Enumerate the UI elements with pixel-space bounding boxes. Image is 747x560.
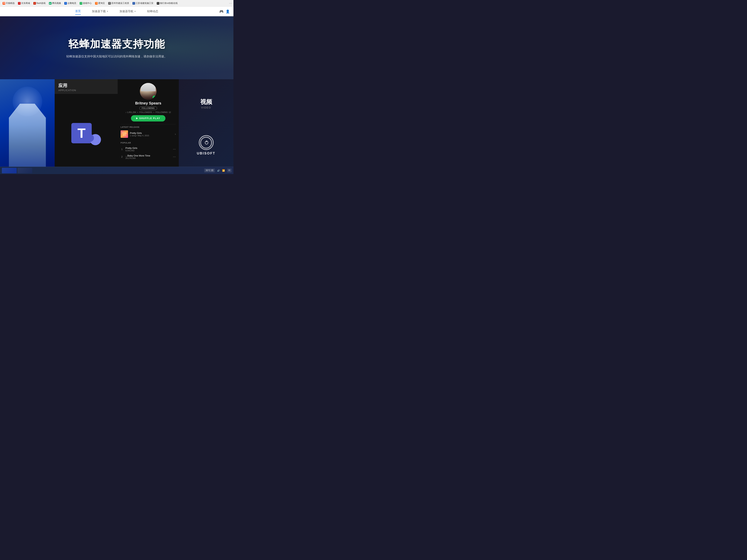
bookmark-jd[interactable]: 京 京东商城 [17, 1, 31, 5]
right-panel: 视频 VIDEO UBISOFT [179, 79, 233, 174]
taskbar: 30°C 阴 🔊 📶 中 [0, 167, 233, 174]
svg-point-0 [206, 141, 207, 142]
followers-info: ♪ 1,051,294 • FOLLOWERS • FOLLOWING 12 [125, 111, 171, 113]
track-number-1: 1 [121, 148, 123, 151]
nav-right-icons: 🎮 👤 [220, 9, 230, 14]
release-meta: 1 song • May 4, 2015 [130, 134, 173, 137]
bookmark-tencent-video[interactable]: ▶ 腾讯视频 [48, 1, 62, 5]
user-icon[interactable]: 👤 [226, 10, 230, 14]
artist-avatar: ✓ [140, 83, 157, 100]
separator: • [137, 111, 138, 113]
app-panel-header: 应用 APPLICATION [55, 79, 118, 94]
avatar-hair [141, 83, 156, 91]
language-indicator[interactable]: 中 [227, 168, 232, 172]
play-icon [136, 117, 138, 119]
track-more-icon-2[interactable]: ⋯ [173, 155, 176, 159]
game-image-panel [0, 79, 55, 174]
spotify-panel: ✓ Britney Spears FOLLOWING ♪ 1,051,294 •… [118, 79, 179, 174]
release-artwork: PrettyGirls [121, 130, 128, 138]
teams-circle-small [86, 134, 94, 142]
bookmark-game-stream[interactable]: 独 独行侠vs快船在线 [156, 1, 179, 5]
latest-release-section: LATEST RELEASE PrettyGirls Pretty Girls … [121, 124, 176, 140]
app-panel-title-zh: 应用 [58, 83, 114, 88]
content-area: 应用 APPLICATION T ✓ Britney Spears FOLLOW… [0, 79, 233, 174]
bookmark-suzhou[interactable]: 苏 苏州市建设工程质 [107, 1, 130, 5]
chevron-down-icon: ▼ [134, 10, 136, 12]
app-panel: 应用 APPLICATION T [55, 79, 118, 174]
teams-logo: T [71, 123, 101, 145]
track-info-1: Pretty Girls 9,543,402 [125, 147, 171, 152]
popular-section: POPULAR 1 Pretty Girls 9,543,402 ⋯ 2 ...… [121, 140, 176, 162]
artist-name: Britney Spears [135, 101, 161, 105]
separator2: • [153, 111, 154, 113]
track-number-2: 2 [121, 155, 123, 158]
volume-icon[interactable]: 🔊 [217, 169, 220, 172]
taskbar-thumbnail-1[interactable] [2, 168, 17, 174]
track-row-1[interactable]: 1 Pretty Girls 9,543,402 ⋯ [121, 145, 176, 153]
bookmark-jiangsu[interactable]: 江 江苏省建筑施工安 [131, 1, 155, 5]
ubisoft-swirl-icon [203, 140, 209, 145]
track-more-icon-1[interactable]: ⋯ [173, 148, 176, 151]
latest-release-label: LATEST RELEASE [121, 126, 176, 128]
track-plays-1: 9,543,402 [125, 150, 171, 152]
taskbar-thumbnail-2[interactable] [18, 168, 32, 174]
bookmark-flash[interactable]: G flash游戏 [32, 1, 47, 5]
track-title-2: ...Baby One More Time [125, 154, 171, 157]
nav-navigation[interactable]: 加速器导航 ▼ [120, 8, 136, 15]
nav-download[interactable]: 加速器下载 ▼ [92, 8, 108, 15]
hero-subtitle: 轻蜂加速器仅支持中国大陆地区可以访问的境外网络加速，请勿做非法用途。 [66, 55, 167, 58]
ubisoft-name: UBISOFT [197, 152, 215, 155]
nav-dynamics[interactable]: 轻蜂动态 [147, 8, 158, 15]
bookmark-penguin[interactable]: 企 企鹅电竞 [63, 1, 77, 5]
video-title-zh: 视频 [200, 98, 212, 106]
shuffle-play-button[interactable]: SHUFFLE PLAY [131, 115, 165, 122]
more-bookmarks-icon[interactable]: ⋯ [229, 1, 232, 5]
video-label: 视频 VIDEO [200, 98, 212, 109]
nav-bar: 首页 加速器下载 ▼ 加速器导航 ▼ 轻蜂动态 🎮 👤 [0, 7, 233, 16]
character-figure [9, 104, 46, 174]
game-icon[interactable]: 🎮 [220, 10, 224, 14]
bookmark-bar: 猫 天猫精选 京 京东商城 G flash游戏 ▶ 腾讯视频 企 企鹅电竞 游 … [0, 0, 233, 7]
nav-home[interactable]: 首页 [75, 8, 81, 15]
verified-badge: ✓ [153, 96, 156, 99]
popular-label: POPULAR [121, 142, 176, 144]
taskbar-left [2, 168, 32, 174]
bookmark-game-center[interactable]: 游 游戏中心 [79, 1, 93, 5]
app-panel-content: T [55, 94, 118, 174]
ubisoft-logo [199, 135, 214, 150]
bookmark-tianmao[interactable]: 猫 天猫精选 [1, 1, 16, 5]
game-character-illustration [0, 79, 55, 174]
following-badge[interactable]: FOLLOWING [139, 106, 157, 110]
track-row-2[interactable]: 2 ...Baby One More Time 29,276,566 ⋯ [121, 153, 176, 161]
release-info: Pretty Girls 1 song • May 4, 2015 [130, 132, 173, 137]
network-icon[interactable]: 📶 [222, 169, 225, 172]
hero-section: 轻蜂加速器支持功能 轻蜂加速器仅支持中国大陆地区可以访问的境外网络加速，请勿做非… [0, 16, 233, 79]
video-title-en: VIDEO [200, 106, 212, 109]
track-plays-2: 29,276,566 [125, 157, 171, 159]
release-chevron-icon: › [175, 133, 176, 136]
temperature-display: 30°C 阴 [204, 168, 215, 172]
track-title-1: Pretty Girls [125, 147, 171, 150]
taskbar-right: 30°C 阴 🔊 📶 中 [204, 168, 232, 172]
app-panel-title-en: APPLICATION [58, 89, 114, 92]
hero-title: 轻蜂加速器支持功能 [68, 37, 165, 51]
release-title: Pretty Girls [130, 132, 173, 134]
bookmark-taobao[interactable]: 淘 爱淘宝 [94, 1, 106, 5]
ubisoft-section: UBISOFT [197, 135, 215, 155]
track-info-2: ...Baby One More Time 29,276,566 [125, 154, 171, 159]
note-icon: ♪ [125, 111, 126, 113]
release-item[interactable]: PrettyGirls Pretty Girls 1 song • May 4,… [121, 130, 176, 138]
chevron-down-icon: ▼ [106, 10, 108, 12]
